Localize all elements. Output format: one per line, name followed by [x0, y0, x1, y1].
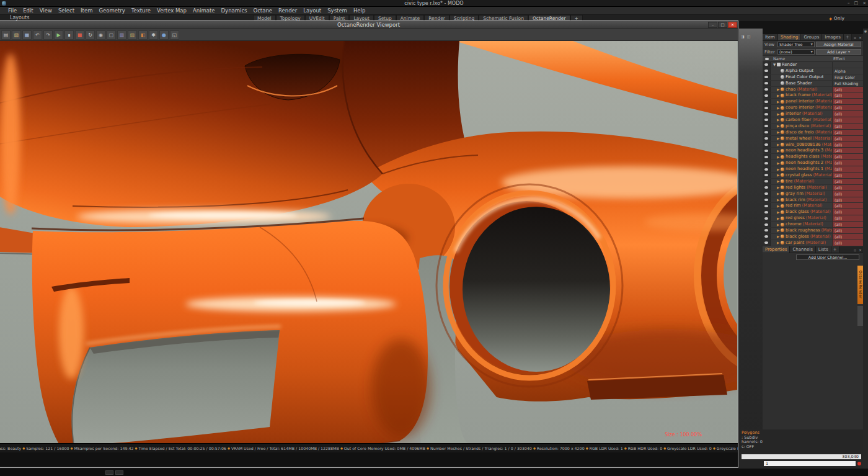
expand-arrow-icon[interactable]: ▶ [776, 130, 781, 134]
shader-row-couro-interior[interactable]: ▶couro interior(Material)(all) [763, 105, 863, 111]
shader-row-interior[interactable]: ▶interior(Material)(all) [763, 111, 863, 117]
assign-material-button[interactable]: Assign Material [816, 42, 861, 47]
shader-row-headlights-class[interactable]: ▶headlights class(Material)(all) [763, 154, 863, 160]
view-dropdown[interactable]: Shader Tree▼ [777, 42, 815, 47]
expand-arrow-icon[interactable]: ▶ [776, 137, 781, 140]
visibility-toggle[interactable] [763, 81, 771, 86]
camera-icon[interactable]: ◉ [96, 30, 105, 40]
visibility-toggle[interactable] [763, 105, 771, 110]
viewport-maximize-button[interactable]: □ [718, 22, 727, 28]
shader-row-carbon-fiber[interactable]: ▶carbon fiber(Material)(all) [763, 117, 863, 123]
expand-arrow-icon[interactable]: ▶ [776, 112, 781, 116]
shader-row-black-gloss[interactable]: ▶black gloss(Material)(all) [763, 234, 863, 240]
expand-arrow-icon[interactable]: ▶ [776, 155, 781, 159]
visibility-toggle[interactable] [763, 111, 771, 117]
effect-cell[interactable]: (all) [832, 136, 863, 141]
collapsed-panel-strip[interactable]: ◨◫ [739, 29, 763, 469]
menu-item-texture[interactable]: Texture [128, 7, 154, 15]
app-close-button[interactable]: × [862, 0, 866, 7]
shader-row-chao[interactable]: ▶chao(Material)(all) [763, 87, 863, 93]
menu-item-vertex-map[interactable]: Vertex Map [154, 7, 190, 15]
shader-row-red-rim[interactable]: ▶red rim(Material)(all) [763, 203, 863, 209]
viewport-minimize-button[interactable]: – [708, 22, 717, 28]
shader-row-black-roughness[interactable]: ▶black roughness(Material)(all) [763, 228, 863, 234]
visibility-toggle[interactable] [763, 234, 771, 240]
only-toggle[interactable]: ◆ Only [829, 15, 844, 21]
shader-row-black-frame[interactable]: ▶black frame(Material)(all) [763, 92, 863, 99]
triangle-count-field[interactable]: 303,040 [742, 454, 861, 459]
visibility-toggle[interactable] [763, 173, 771, 178]
viewport-title-bar[interactable]: OctaneRender Viewport – □ × [0, 21, 738, 29]
visibility-toggle[interactable] [763, 87, 771, 92]
effect-cell[interactable]: (all) [832, 173, 863, 178]
effect-cell[interactable]: (all) [832, 87, 863, 92]
visibility-toggle[interactable] [763, 179, 771, 184]
effect-cell[interactable]: (all) [832, 160, 863, 166]
effect-cell[interactable]: (all) [832, 185, 863, 191]
menu-item-view[interactable]: View [37, 7, 55, 15]
shader-row-alpha-output[interactable]: Alpha OutputAlpha [763, 68, 863, 74]
visibility-toggle[interactable] [763, 160, 771, 166]
region-icon[interactable]: ▢ [107, 30, 116, 40]
add-layer-button[interactable]: Add Layer▼ [816, 49, 861, 55]
settings-icon[interactable]: ✱ [149, 30, 158, 40]
expand-arrow-icon[interactable]: ▶ [776, 198, 781, 202]
expand-arrow-icon[interactable]: ▶ [776, 168, 781, 171]
effect-cell[interactable]: (all) [832, 240, 863, 246]
render-stop-icon[interactable]: ■ [75, 30, 84, 40]
effect-cell[interactable]: (all) [832, 179, 863, 184]
effect-cell[interactable]: (all) [832, 234, 863, 240]
menu-item-dynamics[interactable]: Dynamics [218, 7, 250, 15]
visibility-toggle[interactable] [763, 99, 771, 104]
shader-row-red-gloss[interactable]: ▶red gloss(Material)(all) [763, 215, 863, 222]
expand-arrow-icon[interactable]: ▶ [776, 149, 781, 153]
shader-row-crystal-glass[interactable]: ▶crystal glass(Material)(all) [763, 173, 863, 179]
save-icon[interactable]: ▦ [22, 30, 32, 40]
undo-icon[interactable]: ↶ [33, 30, 42, 40]
visibility-toggle[interactable] [763, 136, 771, 141]
menu-item-layout[interactable]: Layout [300, 7, 324, 15]
menu-item-edit[interactable]: Edit [20, 7, 36, 15]
file-new-icon[interactable]: ▤ [1, 30, 11, 40]
effect-cell[interactable]: (all) [832, 92, 863, 98]
visibility-toggle[interactable] [763, 185, 771, 191]
taskbar-item[interactable] [105, 470, 113, 475]
shader-row-neon-headlights-3[interactable]: ▶neon headlights 3(Material)(all) [763, 148, 863, 154]
tab-groups[interactable]: Groups [801, 34, 822, 40]
film-icon[interactable]: ▥ [117, 30, 126, 40]
effect-cell[interactable]: (all) [832, 154, 863, 159]
item-count-field[interactable]: 1 [764, 461, 856, 466]
shader-row-chrome[interactable]: ▶chrome(Material)(all) [763, 222, 863, 228]
visibility-toggle[interactable] [763, 68, 771, 74]
fullscreen-icon[interactable]: ◱ [170, 30, 179, 40]
shader-row-car-paint[interactable]: ▶car paint(Material)(all) [763, 240, 863, 246]
expand-arrow-icon[interactable]: ▶ [776, 94, 781, 97]
visibility-toggle[interactable] [763, 228, 771, 233]
info-icon[interactable]: ● [159, 30, 169, 40]
effect-cell[interactable]: (all) [832, 203, 863, 209]
visibility-toggle[interactable] [763, 209, 771, 215]
expand-arrow-icon[interactable]: ▶ [776, 173, 781, 177]
visibility-toggle[interactable] [763, 240, 771, 246]
detach-panel-icon[interactable]: ◨ [741, 34, 745, 38]
filter-dropdown[interactable]: (none)▼ [777, 49, 815, 55]
effect-cell[interactable]: (all) [832, 142, 863, 148]
expand-arrow-icon[interactable]: ▶ [776, 235, 781, 238]
menu-item-select[interactable]: Select [55, 7, 78, 15]
visibility-toggle[interactable] [763, 74, 771, 80]
shader-row-wire-008008136[interactable]: ▶wire_008008136(Material)(all) [763, 142, 863, 148]
expand-arrow-icon[interactable]: ▶ [776, 192, 781, 195]
effect-cell[interactable]: (all) [832, 166, 863, 172]
effect-cell[interactable]: (all) [832, 130, 863, 135]
record-icon[interactable] [857, 462, 861, 465]
menu-item-render[interactable]: Render [275, 7, 300, 15]
render-canvas[interactable]: Size : 100.00% [0, 41, 738, 443]
tab-channels[interactable]: Channels [790, 246, 815, 253]
expand-arrow-icon[interactable]: ▶ [776, 143, 781, 146]
shader-row-final-color-output[interactable]: Final Color OutputFinal Color [763, 74, 863, 81]
effect-cell[interactable]: Final Color [832, 74, 863, 80]
effect-cell[interactable]: (all) [832, 228, 863, 233]
color-picker-icon[interactable]: ◧ [138, 30, 148, 40]
menu-item-system[interactable]: System [324, 7, 350, 15]
expand-arrow-icon[interactable]: ▼ [772, 63, 777, 66]
